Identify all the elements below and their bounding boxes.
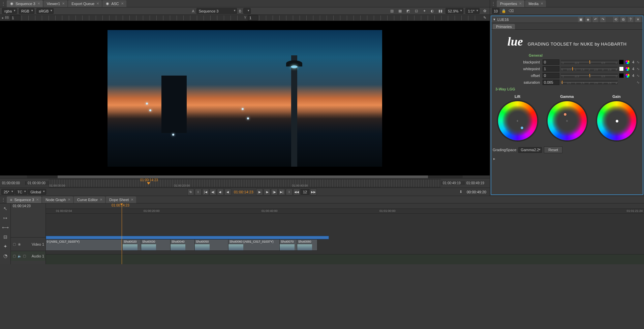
blackpoint-input[interactable]: [543, 59, 559, 65]
fstop-input[interactable]: [10, 15, 20, 21]
retime-tool-icon[interactable]: ◔: [2, 252, 9, 259]
gamma-icon[interactable]: ◐: [429, 8, 435, 14]
step-back-clip-icon[interactable]: ◀|: [210, 189, 216, 195]
close-icon[interactable]: ✕: [62, 2, 65, 5]
goto-start-icon[interactable]: |◀: [202, 189, 209, 195]
node-name[interactable]: LUE16: [497, 18, 509, 22]
offset-input[interactable]: [543, 73, 559, 78]
tab-export-queue[interactable]: Export Queue ✕: [68, 0, 102, 7]
play-reverse-icon[interactable]: ◀: [224, 189, 231, 195]
clip-Shot0040[interactable]: LUE22Shot0040: [171, 239, 195, 251]
color-swatch[interactable]: [619, 66, 624, 71]
color-wheel-icon[interactable]: [625, 73, 630, 78]
export-icon[interactable]: ⬇: [458, 189, 464, 195]
select-tool-icon[interactable]: ↖: [2, 205, 9, 212]
clip-first[interactable]: 0 (A001_C017_01037Y): [46, 239, 123, 251]
zoom-select[interactable]: 52.9%: [446, 8, 463, 14]
clip-Shot0080[interactable]: LUE26Shot0080: [297, 239, 317, 251]
track-tool-icon[interactable]: ⟷: [2, 224, 9, 231]
y-input[interactable]: [248, 15, 258, 21]
exposure-slider[interactable]: [22, 16, 243, 20]
b-source-select[interactable]: [243, 8, 251, 14]
clip-Shot0030[interactable]: LUE21Shot0030: [141, 239, 171, 251]
wand-icon[interactable]: ✎: [482, 15, 488, 21]
undo-icon[interactable]: ↶: [593, 17, 598, 22]
color-wheel-icon[interactable]: [625, 60, 630, 64]
proxy-icon[interactable]: ✦: [421, 8, 427, 14]
close-icon[interactable]: ✕: [131, 198, 133, 201]
clip-Shot0060 (A001_C017_01037Y)[interactable]: LUE24Shot0060 (A001_C017_01037Y): [228, 239, 280, 251]
eye-icon[interactable]: ◉: [17, 242, 22, 246]
redo-icon[interactable]: ↷: [600, 17, 606, 22]
skip-fwd-icon[interactable]: ▶▶: [310, 189, 317, 195]
lift-wheel[interactable]: +: [498, 101, 537, 140]
step-fwd-clip-icon[interactable]: |▶: [271, 189, 278, 195]
gradingspace-select[interactable]: Gamma2.2: [518, 147, 542, 153]
loop-icon[interactable]: ↻: [187, 189, 194, 195]
offset-slider[interactable]: -1-0.500.51: [561, 73, 618, 78]
grip-icon[interactable]: ⋮⋮: [1, 1, 6, 6]
move-tool-icon[interactable]: ↦: [2, 214, 9, 222]
curve-icon[interactable]: ∿: [637, 60, 641, 64]
clip-Shot0050[interactable]: LUE23Shot0050: [195, 239, 228, 251]
tc-mode-select[interactable]: TC: [15, 189, 28, 195]
tab-timeline-sequence-3[interactable]: ≡ Sequence 3 ✕: [7, 196, 41, 203]
mute-icon[interactable]: 🔈: [17, 254, 22, 258]
tab-sequence-3[interactable]: ◉ Sequence 3 ✕: [7, 0, 43, 7]
gain-dot[interactable]: [616, 120, 618, 122]
channel-select[interactable]: rgba: [2, 8, 17, 14]
reset-button[interactable]: Reset: [544, 146, 562, 153]
channel-count[interactable]: 4: [631, 67, 635, 71]
audio-track-label[interactable]: Audio 1: [27, 254, 44, 258]
solo-icon[interactable]: ▢: [22, 254, 27, 258]
close-icon[interactable]: ✕: [121, 2, 124, 5]
clip-Shot0020[interactable]: LUE20Shot0020: [123, 239, 141, 251]
effect-strip[interactable]: [46, 236, 329, 239]
a-source-select[interactable]: Sequence 3: [196, 8, 237, 14]
close-icon[interactable]: ✕: [100, 198, 102, 201]
channel-count[interactable]: 4: [631, 74, 635, 78]
current-tc[interactable]: 01:00:14:23: [232, 190, 255, 194]
color-swatch[interactable]: [619, 73, 624, 78]
close-icon[interactable]: ✕: [37, 2, 40, 5]
lock-icon[interactable]: 🔒: [501, 8, 507, 14]
in-point-icon[interactable]: I: [195, 189, 202, 195]
close-icon[interactable]: ✕: [541, 2, 543, 5]
close-icon[interactable]: ✕: [96, 2, 99, 5]
roi-icon[interactable]: ⊡: [413, 8, 419, 14]
skip-back-icon[interactable]: ◀◀: [293, 189, 300, 195]
viewer-scrollbar[interactable]: [27, 175, 463, 178]
help-icon[interactable]: ?: [628, 17, 633, 22]
tc-out-point[interactable]: 01:00:49:19: [441, 181, 464, 185]
color-swatch[interactable]: [619, 60, 624, 64]
play-icon[interactable]: ▶: [256, 189, 263, 195]
channel-count[interactable]: 4: [631, 60, 635, 64]
tab-node-graph[interactable]: Node Graph ✕: [42, 196, 73, 203]
clip-Shot0070[interactable]: LUE25Shot0070: [280, 239, 297, 251]
float-icon[interactable]: ⧉: [620, 17, 626, 22]
display-lut-select[interactable]: sRGB: [36, 8, 54, 14]
ratio-select[interactable]: 1:1*: [465, 8, 480, 14]
close-icon[interactable]: ✕: [36, 198, 39, 201]
tab-asc[interactable]: ◉ ASC ✕: [102, 0, 126, 7]
blackpoint-slider[interactable]: -1-0.500.51: [561, 60, 618, 64]
viewer-canvas[interactable]: [0, 21, 490, 175]
lift-dot[interactable]: [521, 127, 523, 129]
video-track-label[interactable]: Video 1: [22, 242, 44, 246]
fps-select[interactable]: 25*: [1, 189, 14, 195]
clip-icon[interactable]: ▥: [389, 8, 395, 14]
saturation-input[interactable]: [543, 80, 559, 85]
timeline-canvas[interactable]: 01:00:14:23 01:00:02:04 01:00:20:00 01:0…: [46, 203, 644, 264]
colorspace-select[interactable]: RGB: [19, 8, 34, 14]
focus-icon[interactable]: ▣: [578, 17, 583, 22]
step-back-icon[interactable]: ◀·: [217, 189, 224, 195]
lock-icon[interactable]: ▢: [12, 242, 17, 246]
tab-primaries[interactable]: Primaries: [493, 24, 515, 29]
out-point-icon[interactable]: I: [286, 189, 293, 195]
expand-icon[interactable]: ▸: [491, 155, 643, 162]
revert-icon[interactable]: ⟲: [613, 17, 618, 22]
curve-icon[interactable]: ∿: [637, 67, 641, 71]
step-input[interactable]: [301, 189, 309, 195]
playhead-line[interactable]: [122, 203, 122, 264]
saturation-slider[interactable]: 00.511.522.533.54: [561, 80, 618, 85]
